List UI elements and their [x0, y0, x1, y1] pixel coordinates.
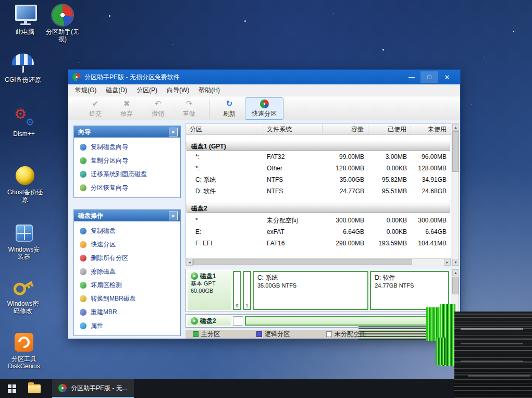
- vertical-scroll-thumb[interactable]: [452, 277, 459, 294]
- table-vertical-scrollbar[interactable]: ▲ ▼: [452, 123, 459, 266]
- umbrella-icon: [11, 52, 35, 74]
- wizard-panel-header[interactable]: 向导 «: [74, 126, 180, 138]
- redo-button[interactable]: ↷ 重做: [174, 97, 205, 120]
- cell-partition: F: EFI: [186, 238, 264, 249]
- minimize-button[interactable]: —: [403, 71, 420, 83]
- sidebar-item-properties[interactable]: 属性: [74, 319, 180, 332]
- cell-unused: 34.91GB: [411, 174, 451, 185]
- refresh-button[interactable]: ↻ 刷新: [214, 97, 245, 120]
- commit-button[interactable]: ✔ 提交: [80, 97, 111, 120]
- cell-used: 193.59MB: [368, 238, 411, 249]
- cell-filesystem: NTFS: [264, 185, 323, 197]
- table-row[interactable]: C: 系统 NTFS 35.00GB 95.82MB 34.91GB: [186, 174, 451, 185]
- table-row[interactable]: * 未分配空间 300.00MB 0.00KB 300.00MB: [186, 215, 451, 226]
- small-partition-label: 1: [245, 303, 248, 308]
- cell-partition: D: 软件: [186, 185, 264, 197]
- cell-capacity: 24.77GB: [323, 185, 368, 197]
- taskbar-app-button[interactable]: 分区助手PE版 - 无...: [52, 379, 134, 398]
- start-button[interactable]: [0, 379, 24, 398]
- sidebar-item-wipe-disk[interactable]: 擦除磁盘: [74, 265, 180, 278]
- disk-icon: [191, 272, 198, 280]
- desktop-icon-windows-installer[interactable]: Windows安装器: [5, 222, 43, 260]
- horizontal-scroll-thumb[interactable]: [193, 259, 412, 265]
- header-used[interactable]: 已使用: [368, 124, 411, 134]
- scroll-up-icon[interactable]: ▲: [452, 124, 459, 131]
- desktop-icon-this-pc[interactable]: 此电脑: [6, 4, 44, 35]
- sidebar-item-label: 复制分区向导: [91, 156, 128, 165]
- desktop-icon-ghost-backup[interactable]: Ghost备份还原: [6, 165, 44, 203]
- sidebar-item-bad-sector-test[interactable]: 坏扇区检测: [74, 278, 180, 292]
- sidebar-item-label: 属性: [91, 321, 103, 330]
- cell-unused: 128.00MB: [411, 163, 451, 174]
- partition-c-block[interactable]: C: 系统 35.00GB NTFS: [253, 271, 368, 310]
- scroll-right-icon[interactable]: ►: [444, 259, 451, 266]
- partition-table: 分区 文件系统 容量 已使用 未使用 磁盘1 (GPT) *: FAT32 99…: [185, 123, 451, 266]
- cell-partition: *: [186, 215, 264, 226]
- sidebar-item-label: 复制磁盘向导: [91, 143, 128, 152]
- desktop-icon-diskgenius[interactable]: 分区工具 DiskGenius: [5, 331, 43, 370]
- header-filesystem[interactable]: 文件系统: [264, 124, 323, 134]
- horizontal-scrollbar[interactable]: ◄ ►: [186, 258, 451, 266]
- header-unused[interactable]: 未使用: [411, 124, 451, 134]
- disk-ops-panel-header[interactable]: 磁盘操作 «: [74, 210, 180, 221]
- small-partition-block[interactable]: 9: [233, 271, 241, 310]
- desktop-icon-partition-assistant[interactable]: 分区助手(无损): [44, 4, 81, 43]
- cell-unused: 96.00MB: [411, 151, 451, 163]
- table-row[interactable]: E: exFAT 6.64GB 0.00KB 6.64GB: [186, 226, 451, 238]
- file-explorer-button[interactable]: [24, 379, 45, 398]
- partition-c-info: 35.00GB NTFS: [257, 282, 367, 290]
- table-row[interactable]: *: Other 128.00MB 0.00KB 128.00MB: [186, 163, 451, 174]
- desktop-icon-label: Windows安装器: [5, 246, 43, 260]
- sidebar-item-rebuild-mbr[interactable]: 重建MBR: [74, 305, 180, 319]
- vertical-scroll-thumb[interactable]: [452, 131, 459, 172]
- sidebar-item-label: 删除所有分区: [91, 254, 128, 263]
- undo-button[interactable]: ↶ 撤销: [142, 97, 174, 120]
- collapse-icon[interactable]: «: [169, 128, 178, 136]
- menu-help[interactable]: 帮助(H): [194, 84, 225, 96]
- sidebar-item-delete-all-partitions[interactable]: 删除所有分区: [74, 251, 180, 265]
- header-capacity[interactable]: 容量: [323, 124, 368, 134]
- menu-general[interactable]: 常规(G): [70, 84, 101, 96]
- titlebar[interactable]: 分区助手PE版 - 无损分区免费软件 — □ ✕: [68, 70, 460, 84]
- disk1-group-header[interactable]: 磁盘1 (GPT): [187, 142, 450, 151]
- maximize-button[interactable]: □: [420, 71, 438, 83]
- sidebar-item-copy-partition-wizard[interactable]: 复制分区向导: [74, 154, 180, 167]
- disk-map: 磁盘1 基本 GPT 60.00GB 9 1 C: 系统 35.00GB NTF…: [185, 269, 451, 328]
- scroll-left-icon[interactable]: ◄: [186, 259, 193, 266]
- disk1-map-panel[interactable]: 磁盘1 基本 GPT 60.00GB 9 1 C: 系统 35.00GB NTF…: [185, 269, 451, 312]
- taskbar-app-label: 分区助手PE版 - 无...: [71, 384, 128, 393]
- client-area: 向导 « 复制磁盘向导 复制分区向导: [68, 120, 460, 339]
- close-button[interactable]: ✕: [438, 71, 456, 83]
- table-row[interactable]: D: 软件 NTFS 24.77GB 95.51MB 24.68GB: [186, 185, 451, 197]
- quick-partition-button[interactable]: 快速分区: [245, 97, 283, 120]
- sidebar-item-quick-partition[interactable]: 快速分区: [74, 238, 180, 251]
- desktop-icon-windows-password[interactable]: Windows密码修改: [4, 276, 42, 315]
- menu-wizard[interactable]: 向导(W): [162, 84, 194, 96]
- sidebar-item-copy-disk[interactable]: 复制磁盘: [74, 224, 180, 238]
- sidebar-item-partition-recovery-wizard[interactable]: 分区恢复向导: [74, 181, 180, 194]
- cell-unused: 300.00MB: [411, 215, 451, 226]
- disk2-group-header[interactable]: 磁盘2: [187, 204, 450, 213]
- small-partition-block[interactable]: 1: [243, 271, 251, 310]
- sidebar-item-convert-to-mbr[interactable]: 转换到MBR磁盘: [74, 292, 180, 305]
- desktop-icon-dism[interactable]: ⚙⚙ Dism++: [5, 106, 43, 138]
- sidebar-item-copy-disk-wizard[interactable]: 复制磁盘向导: [74, 140, 180, 154]
- desktop-icon-cgi-backup[interactable]: CGI备份还原: [2, 52, 44, 83]
- collapse-icon[interactable]: «: [169, 212, 178, 220]
- diskgenius-icon: [12, 331, 36, 353]
- header-partition[interactable]: 分区: [186, 124, 264, 134]
- partition-d-block[interactable]: D: 软件 24.77GB NTFS: [370, 271, 449, 310]
- small-unallocated-block[interactable]: [233, 316, 243, 326]
- disk2-partition-bar[interactable]: [245, 316, 449, 326]
- scroll-up-icon[interactable]: ▲: [452, 269, 459, 276]
- cell-capacity: 298.00MB: [323, 238, 368, 249]
- sidebar-item-migrate-os-ssd[interactable]: 迁移系统到固态磁盘: [74, 167, 180, 181]
- discard-button[interactable]: ✖ 放弃: [111, 97, 142, 120]
- sidebar: 向导 « 复制磁盘向导 复制分区向导: [73, 126, 181, 336]
- table-row[interactable]: *: FAT32 99.00MB 3.00MB 96.00MB: [186, 151, 451, 163]
- scroll-down-icon[interactable]: ▼: [452, 259, 459, 266]
- menu-disk[interactable]: 磁盘(D): [101, 84, 132, 96]
- unallocated-swatch: [326, 331, 332, 337]
- menu-partition[interactable]: 分区(P): [132, 84, 162, 96]
- table-row[interactable]: F: EFI FAT16 298.00MB 193.59MB 104.41MB: [186, 238, 451, 249]
